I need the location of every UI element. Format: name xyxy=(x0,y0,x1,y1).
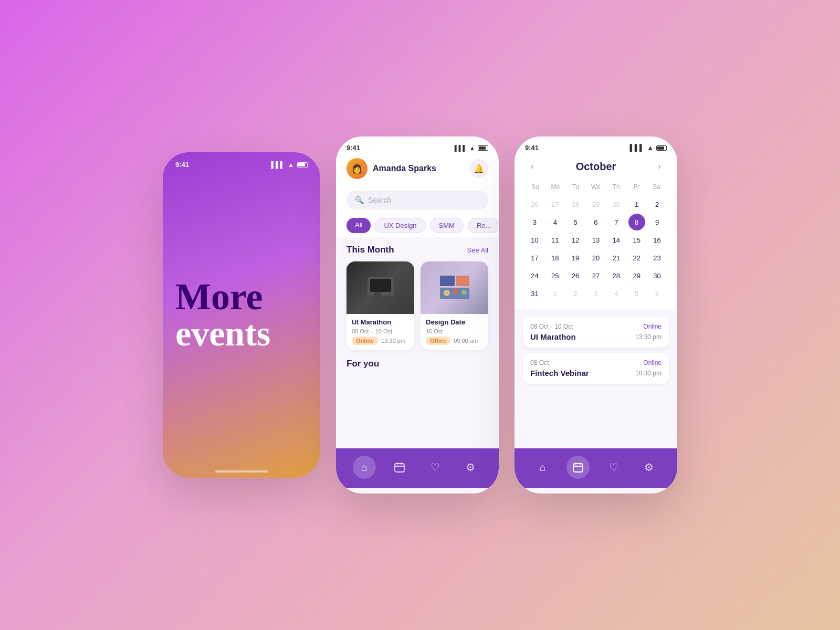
svg-rect-14 xyxy=(573,464,583,472)
cal-day-29o[interactable]: 29 xyxy=(587,196,604,213)
home-indicator-2 xyxy=(396,491,438,494)
user-info: 👩 Amanda Sparks xyxy=(346,158,436,179)
cal-day-14[interactable]: 14 xyxy=(608,232,625,248)
cal-day-27[interactable]: 27 xyxy=(587,267,604,284)
events-header: 👩 Amanda Sparks 🔔 xyxy=(336,152,499,186)
cal-day-1n[interactable]: 1 xyxy=(547,285,563,302)
cal-day-15[interactable]: 15 xyxy=(628,232,645,248)
filter-chips: All UX Design SMM Re... xyxy=(336,214,499,237)
cal-day-26o[interactable]: 26 xyxy=(526,196,543,213)
cal-day-8[interactable]: 8 xyxy=(628,214,645,230)
status-icons-2: ▌▌▌ ▲ xyxy=(455,144,488,152)
cal-day-3[interactable]: 3 xyxy=(526,214,543,230)
nav-calendar-2[interactable] xyxy=(388,456,411,479)
notification-bell[interactable]: 🔔 xyxy=(469,159,488,178)
see-all-link[interactable]: See All xyxy=(467,246,488,254)
svg-rect-1 xyxy=(370,279,391,292)
cal-day-30o[interactable]: 30 xyxy=(608,196,625,213)
nav-calendar-3[interactable] xyxy=(566,456,590,479)
search-bar[interactable]: 🔍 Search xyxy=(346,191,488,209)
event-image-2 xyxy=(421,261,488,314)
event-tag-2: Office xyxy=(426,337,450,345)
nav-settings-3[interactable]: ⚙ xyxy=(637,456,660,479)
wifi-icon-1: ▲ xyxy=(288,161,294,169)
cal-day-16[interactable]: 16 xyxy=(649,232,666,248)
cal-day-20[interactable]: 20 xyxy=(587,249,604,266)
cal-day-13[interactable]: 13 xyxy=(587,232,604,248)
cal-day-5[interactable]: 5 xyxy=(567,214,584,230)
cal-day-7[interactable]: 7 xyxy=(608,214,625,230)
cal-day-6[interactable]: 6 xyxy=(587,214,604,230)
cal-day-5n[interactable]: 5 xyxy=(628,285,645,302)
cal-day-3n[interactable]: 3 xyxy=(587,285,604,302)
cal-day-4n[interactable]: 4 xyxy=(608,285,625,302)
status-bar-1: 9:41 ▌▌▌ ▲ xyxy=(163,152,320,169)
event-tag-1: Online xyxy=(352,337,378,345)
event-list-card-2[interactable]: 08 Oct Online Fintech Vebinar 18:30 pm xyxy=(523,353,669,384)
month-label: October xyxy=(576,161,616,173)
nav-heart-3[interactable]: ♡ xyxy=(602,456,625,479)
cal-day-23[interactable]: 23 xyxy=(649,249,666,266)
event-time-1: 13:30 pm xyxy=(381,338,405,344)
cal-day-22[interactable]: 22 xyxy=(628,249,645,266)
status-bar-3: 9:41 ▌▌▌ ▲ xyxy=(514,136,677,152)
cal-day-31[interactable]: 31 xyxy=(526,285,543,302)
cal-day-27o[interactable]: 27 xyxy=(547,196,563,213)
event-card-body-1: UI Marathon 08 Oct – 10 Oct Online 13:30… xyxy=(346,314,414,350)
event-image-1 xyxy=(346,261,414,314)
elc-date-1: 08 Oct - 10 Oct xyxy=(530,323,573,330)
cal-day-30[interactable]: 30 xyxy=(649,267,666,284)
nav-home-2[interactable]: ⌂ xyxy=(353,456,376,479)
cal-day-6n[interactable]: 6 xyxy=(649,285,666,302)
elc-time-1: 13:30 pm xyxy=(635,333,662,341)
cal-day-19[interactable]: 19 xyxy=(567,249,584,266)
filter-re[interactable]: Re... xyxy=(468,218,499,233)
event-list-card-1[interactable]: 08 Oct - 10 Oct Online UI Marathon 13:30… xyxy=(523,317,669,348)
phone-calendar: 9:41 ▌▌▌ ▲ ‹ October › Su Mo Tu We Th Fr… xyxy=(514,136,677,494)
events-body: This Month See All UI Marathon 08 Oct – … xyxy=(336,237,499,448)
status-icons-3: ▌▌▌ ▲ xyxy=(629,144,667,152)
nav-heart-2[interactable]: ♡ xyxy=(424,456,447,479)
elc-header-2: 08 Oct Online xyxy=(530,359,662,366)
signal-icon-3: ▌▌▌ xyxy=(629,144,644,152)
cal-day-1[interactable]: 1 xyxy=(628,196,645,213)
elc-title-1: UI Marathon xyxy=(530,332,576,341)
filter-smm[interactable]: SMM xyxy=(430,218,464,233)
cal-day-21[interactable]: 21 xyxy=(608,249,625,266)
user-name: Amanda Sparks xyxy=(373,164,436,173)
cal-day-9[interactable]: 9 xyxy=(649,214,666,230)
filter-ux[interactable]: UX Design xyxy=(375,218,425,233)
event-card-body-2: Design Date 16 Oct Office 09:00 am xyxy=(421,314,488,350)
cal-day-11[interactable]: 11 xyxy=(547,232,563,248)
elc-row-1: UI Marathon 13:30 pm xyxy=(530,332,662,341)
cal-day-28[interactable]: 28 xyxy=(608,267,625,284)
cal-day-25[interactable]: 25 xyxy=(547,267,563,284)
day-tu: Tu xyxy=(565,181,586,193)
event-title-2: Design Date xyxy=(426,318,483,326)
event-card-2[interactable]: Design Date 16 Oct Office 09:00 am xyxy=(421,261,488,350)
calendar-grid: Su Mo Tu We Th Fr Sa 26 27 28 29 30 1 2 … xyxy=(525,181,667,302)
bottom-nav-2: ⌂ ♡ ⚙ xyxy=(336,448,499,488)
svg-rect-4 xyxy=(440,276,455,286)
cal-day-17[interactable]: 17 xyxy=(526,249,543,266)
cal-day-4[interactable]: 4 xyxy=(547,214,563,230)
cal-day-29[interactable]: 29 xyxy=(628,267,645,284)
cal-day-24[interactable]: 24 xyxy=(526,267,543,284)
filter-all[interactable]: All xyxy=(346,218,371,233)
this-month-title: This Month xyxy=(346,245,394,255)
next-month-btn[interactable]: › xyxy=(652,159,667,174)
cal-day-2[interactable]: 2 xyxy=(649,196,666,213)
elc-time-2: 18:30 pm xyxy=(635,370,662,377)
cal-day-26[interactable]: 26 xyxy=(567,267,584,284)
nav-settings-2[interactable]: ⚙ xyxy=(459,456,482,479)
cal-day-12[interactable]: 12 xyxy=(567,232,584,248)
cal-day-2n[interactable]: 2 xyxy=(567,285,584,302)
event-card-1[interactable]: UI Marathon 08 Oct – 10 Oct Online 13:30… xyxy=(346,261,414,350)
svg-point-8 xyxy=(453,289,458,294)
cal-day-18[interactable]: 18 xyxy=(547,249,563,266)
prev-month-btn[interactable]: ‹ xyxy=(525,159,540,174)
cal-day-10[interactable]: 10 xyxy=(526,232,543,248)
event-date-2: 16 Oct xyxy=(426,328,483,334)
cal-day-28o[interactable]: 28 xyxy=(567,196,584,213)
nav-home-3[interactable]: ⌂ xyxy=(531,456,554,479)
